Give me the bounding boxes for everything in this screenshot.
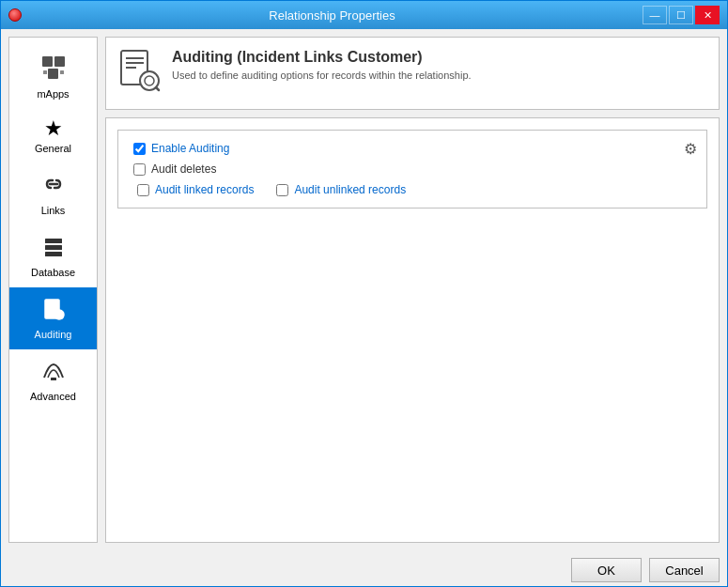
svg-line-22 <box>156 87 159 90</box>
audit-linked-unlinked-row: Audit linked records Audit unlinked reco… <box>133 183 691 196</box>
svg-line-14 <box>61 317 63 319</box>
sidebar-item-database-label: Database <box>31 267 75 278</box>
sidebar: mApps ★ General Links <box>8 37 98 543</box>
sidebar-item-advanced[interactable]: Advanced <box>9 349 97 411</box>
maximize-button[interactable]: ☐ <box>669 6 693 24</box>
audit-unlinked-records-label[interactable]: Audit unlinked records <box>294 183 406 196</box>
title-bar: Relationship Properties — ☐ ✕ <box>1 1 727 29</box>
enable-auditing-label[interactable]: Enable Auditing <box>151 142 229 155</box>
svg-rect-3 <box>43 70 47 74</box>
header-icon <box>117 49 161 98</box>
sidebar-item-mapps-label: mApps <box>37 88 69 100</box>
audit-deletes-row: Audit deletes <box>133 162 691 176</box>
content-area: ⚙ Enable Auditing Audit deletes <box>105 117 720 543</box>
links-icon <box>41 173 66 201</box>
sidebar-item-general-label: General <box>35 143 71 154</box>
svg-rect-6 <box>45 239 62 243</box>
window-body: mApps ★ General Links <box>1 29 727 550</box>
audit-unlinked-records-checkbox[interactable] <box>276 184 288 196</box>
audit-unlinked-records-row: Audit unlinked records <box>276 183 406 196</box>
svg-rect-4 <box>60 70 64 74</box>
ok-button[interactable]: OK <box>571 558 642 582</box>
mapps-icon <box>40 54 67 85</box>
general-icon: ★ <box>44 118 63 139</box>
minimize-button[interactable]: — <box>643 6 667 24</box>
svg-rect-0 <box>42 56 53 67</box>
gear-icon[interactable]: ⚙ <box>684 140 697 158</box>
sidebar-item-auditing[interactable]: Auditing <box>9 287 97 349</box>
main-window: Relationship Properties — ☐ ✕ mA <box>0 0 728 587</box>
svg-rect-8 <box>45 252 62 256</box>
enable-auditing-checkbox[interactable] <box>133 143 146 155</box>
enable-auditing-row: Enable Auditing <box>133 142 691 155</box>
window-dot <box>8 8 22 22</box>
main-content: Auditing (Incident Links Customer) Used … <box>105 37 720 543</box>
content-header: Auditing (Incident Links Customer) Used … <box>105 37 720 110</box>
database-icon <box>41 235 66 263</box>
audit-linked-records-row: Audit linked records <box>137 183 254 196</box>
footer: OK Cancel <box>1 550 727 586</box>
sidebar-item-auditing-label: Auditing <box>35 329 72 340</box>
sidebar-item-advanced-label: Advanced <box>30 391 76 402</box>
audit-linked-records-label[interactable]: Audit linked records <box>155 183 254 196</box>
svg-rect-1 <box>54 56 65 67</box>
audit-deletes-checkbox[interactable] <box>133 163 146 176</box>
advanced-icon <box>41 359 66 387</box>
sidebar-item-links-label: Links <box>41 205 66 216</box>
header-title: Auditing (Incident Links Customer) <box>172 49 472 66</box>
audit-deletes-label[interactable]: Audit deletes <box>151 162 216 176</box>
window-title: Relationship Properties <box>22 8 643 23</box>
sidebar-item-mapps[interactable]: mApps <box>9 45 97 109</box>
svg-rect-7 <box>45 245 62 250</box>
header-description: Used to define auditing options for reco… <box>172 70 472 81</box>
cancel-button[interactable]: Cancel <box>649 558 720 582</box>
svg-rect-15 <box>51 378 56 380</box>
sidebar-item-general[interactable]: ★ General <box>9 109 97 163</box>
sidebar-item-database[interactable]: Database <box>9 225 97 287</box>
close-button[interactable]: ✕ <box>695 6 720 24</box>
svg-rect-2 <box>48 69 58 79</box>
audit-linked-records-checkbox[interactable] <box>137 184 149 196</box>
title-bar-controls: — ☐ ✕ <box>643 6 720 24</box>
sidebar-item-links[interactable]: Links <box>9 163 97 225</box>
options-box: ⚙ Enable Auditing Audit deletes <box>117 130 707 209</box>
auditing-icon <box>41 297 66 325</box>
header-text: Auditing (Incident Links Customer) Used … <box>172 49 472 81</box>
